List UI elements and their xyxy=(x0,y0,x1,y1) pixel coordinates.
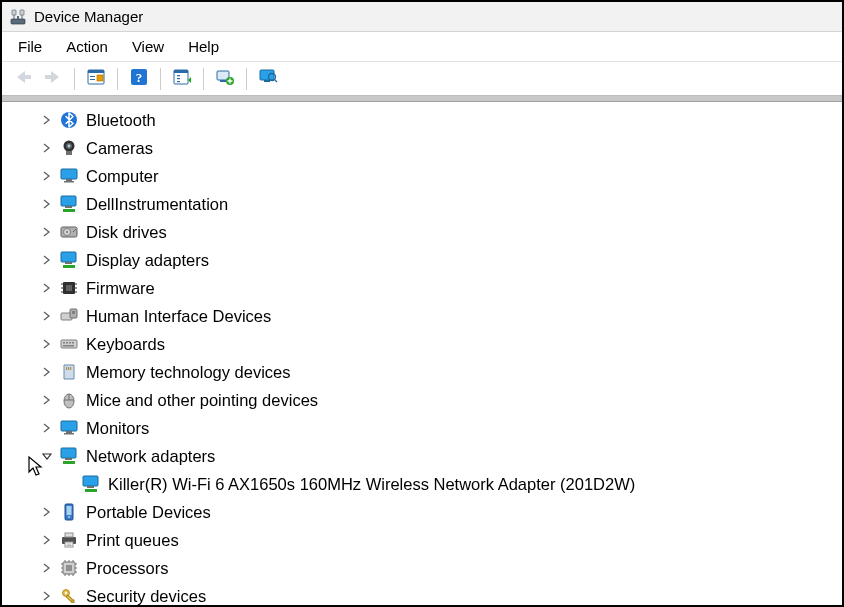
svg-rect-70 xyxy=(83,476,98,486)
portable-device-icon xyxy=(60,503,78,521)
tree-node-print-queues[interactable]: Print queues xyxy=(2,526,842,554)
svg-rect-40 xyxy=(63,265,75,268)
tree-node-security-devices[interactable]: Security devices xyxy=(2,582,842,605)
tree-node-memory-technology[interactable]: Memory technology devices xyxy=(2,358,842,386)
expander-collapsed-icon[interactable] xyxy=(40,113,54,127)
svg-rect-52 xyxy=(61,340,77,348)
svg-rect-59 xyxy=(68,367,69,370)
svg-rect-8 xyxy=(90,76,95,77)
svg-text:?: ? xyxy=(136,70,143,85)
svg-rect-69 xyxy=(63,461,75,464)
svg-rect-64 xyxy=(61,421,77,431)
toolbar-separator xyxy=(246,68,247,90)
expander-collapsed-icon[interactable] xyxy=(40,421,54,435)
svg-rect-98 xyxy=(72,600,74,603)
expander-collapsed-icon[interactable] xyxy=(40,533,54,547)
menu-action[interactable]: Action xyxy=(54,36,120,57)
tree-node-network-adapters[interactable]: Network adapters xyxy=(2,442,842,470)
menu-help[interactable]: Help xyxy=(176,36,231,57)
tree-node-label: DellInstrumentation xyxy=(86,195,228,214)
expander-collapsed-icon[interactable] xyxy=(40,505,54,519)
forward-arrow-icon xyxy=(43,69,63,88)
svg-rect-32 xyxy=(61,196,76,206)
tree-node-label: Network adapters xyxy=(86,447,215,466)
expander-collapsed-icon[interactable] xyxy=(40,225,54,239)
svg-rect-51 xyxy=(72,311,75,314)
expander-collapsed-icon[interactable] xyxy=(40,141,54,155)
tree-node-keyboards[interactable]: Keyboards xyxy=(2,330,842,358)
svg-point-37 xyxy=(66,231,68,233)
svg-rect-16 xyxy=(177,78,180,79)
tree-node-human-interface-devices[interactable]: Human Interface Devices xyxy=(2,302,842,330)
expander-collapsed-icon[interactable] xyxy=(40,561,54,575)
svg-rect-1 xyxy=(17,16,19,19)
tree-leaf-network-adapter[interactable]: Killer(R) Wi-Fi 6 AX1650s 160MHz Wireles… xyxy=(2,470,842,498)
expander-collapsed-icon[interactable] xyxy=(40,337,54,351)
toolbar-forward-button[interactable] xyxy=(38,65,68,93)
toolbar-back-button[interactable] xyxy=(8,65,38,93)
tree-node-display-adapters[interactable]: Display adapters xyxy=(2,246,842,274)
tree-node-label: Human Interface Devices xyxy=(86,307,271,326)
expander-collapsed-icon[interactable] xyxy=(40,393,54,407)
add-hardware-icon xyxy=(215,68,235,89)
expander-collapsed-icon[interactable] xyxy=(40,197,54,211)
svg-rect-30 xyxy=(66,179,72,181)
tree-node-label: Display adapters xyxy=(86,251,209,270)
svg-rect-39 xyxy=(65,262,72,264)
expander-collapsed-icon[interactable] xyxy=(40,589,54,603)
expander-collapsed-icon[interactable] xyxy=(40,365,54,379)
tree-node-monitors[interactable]: Monitors xyxy=(2,414,842,442)
tree-node-cameras[interactable]: Cameras xyxy=(2,134,842,162)
tree-node-computer[interactable]: Computer xyxy=(2,162,842,190)
tree-node-mice[interactable]: Mice and other pointing devices xyxy=(2,386,842,414)
svg-point-27 xyxy=(68,145,71,148)
disk-drive-icon xyxy=(60,223,78,241)
toolbar-remote-button[interactable] xyxy=(253,65,283,93)
tree-node-bluetooth[interactable]: Bluetooth xyxy=(2,106,842,134)
tree-node-portable-devices[interactable]: Portable Devices xyxy=(2,498,842,526)
expander-collapsed-icon[interactable] xyxy=(40,253,54,267)
processor-icon xyxy=(60,559,78,577)
toolbar: ? xyxy=(2,62,842,96)
tree-node-label: Security devices xyxy=(86,587,206,606)
toolbar-add-hardware-button[interactable] xyxy=(210,65,240,93)
tree-node-disk-drives[interactable]: Disk drives xyxy=(2,218,842,246)
tree-node-firmware[interactable]: Firmware xyxy=(2,274,842,302)
tree-node-label: Portable Devices xyxy=(86,503,211,522)
tree-node-label: Memory technology devices xyxy=(86,363,291,382)
menu-file[interactable]: File xyxy=(6,36,54,57)
expander-collapsed-icon[interactable] xyxy=(40,281,54,295)
expander-collapsed-icon[interactable] xyxy=(40,169,54,183)
tree-node-label: Mice and other pointing devices xyxy=(86,391,318,410)
toolbar-scan-button[interactable] xyxy=(167,65,197,93)
svg-rect-19 xyxy=(220,80,226,82)
svg-rect-9 xyxy=(90,79,95,80)
remote-monitor-icon xyxy=(258,68,278,89)
tree-node-label: Firmware xyxy=(86,279,155,298)
tree-node-dell-instrumentation[interactable]: DellInstrumentation xyxy=(2,190,842,218)
svg-rect-4 xyxy=(14,15,15,19)
chip-icon xyxy=(60,279,78,297)
tree-node-label: Bluetooth xyxy=(86,111,156,130)
svg-rect-65 xyxy=(66,431,72,433)
svg-point-96 xyxy=(65,592,67,594)
toolbar-help-button[interactable]: ? xyxy=(124,65,154,93)
toolbar-properties-button[interactable] xyxy=(81,65,111,93)
tree-node-label: Killer(R) Wi-Fi 6 AX1650s 160MHz Wireles… xyxy=(108,475,635,494)
tree-node-processors[interactable]: Processors xyxy=(2,554,842,582)
toolbar-separator xyxy=(74,68,75,90)
menu-view[interactable]: View xyxy=(120,36,176,57)
expander-expanded-icon[interactable] xyxy=(40,449,54,463)
toolbar-separator xyxy=(117,68,118,90)
expander-collapsed-icon[interactable] xyxy=(40,309,54,323)
toolbar-separator xyxy=(203,68,204,90)
device-tree[interactable]: Bluetooth Cameras Computer DellInstrumen… xyxy=(2,102,842,605)
camera-icon xyxy=(60,139,78,157)
svg-rect-28 xyxy=(66,151,72,155)
svg-rect-22 xyxy=(264,80,270,82)
svg-rect-56 xyxy=(72,342,74,344)
printer-icon xyxy=(60,531,78,549)
tree-node-label: Monitors xyxy=(86,419,149,438)
toolbar-separator xyxy=(160,68,161,90)
properties-icon xyxy=(86,68,106,89)
